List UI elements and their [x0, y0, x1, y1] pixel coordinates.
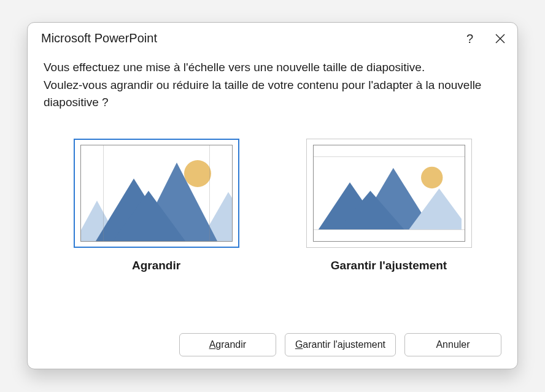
- option-ensure-fit-thumbnail: [306, 139, 472, 248]
- maximize-button-rest: grandir: [215, 339, 246, 350]
- ensure-fit-button-rest: arantir l'ajustement: [303, 339, 385, 350]
- scale-options: Agrandir: [44, 139, 501, 272]
- option-ensure-fit[interactable]: Garantir l'ajustement: [306, 139, 472, 272]
- maximize-button[interactable]: Agrandir: [179, 333, 276, 356]
- help-icon[interactable]: ?: [466, 33, 473, 45]
- titlebar-actions: ?: [466, 33, 505, 45]
- option-maximize-label: Agrandir: [132, 259, 180, 272]
- landscape-icon: [314, 157, 462, 229]
- slide-scale-dialog: Microsoft PowerPoint ? Vous effectuez un…: [27, 22, 518, 369]
- option-maximize[interactable]: Agrandir: [74, 139, 239, 272]
- dialog-message: Vous effectuez une mise à l'échelle vers…: [44, 59, 501, 112]
- message-line-2: Voulez-vous agrandir ou réduire la taill…: [44, 79, 481, 109]
- ensure-fit-button[interactable]: Garantir l'ajustement: [285, 333, 396, 356]
- svg-point-8: [421, 166, 443, 188]
- dialog-body: Vous effectuez une mise à l'échelle vers…: [28, 49, 517, 272]
- cancel-button[interactable]: Annuler: [404, 333, 501, 356]
- dialog-title: Microsoft PowerPoint: [41, 31, 157, 45]
- option-maximize-thumbnail: [74, 139, 239, 248]
- title-bar: Microsoft PowerPoint ?: [28, 23, 517, 49]
- ensure-fit-button-accel: G: [295, 339, 303, 350]
- option-ensure-fit-label: Garantir l'ajustement: [331, 259, 447, 272]
- slide-preview-maximize: [80, 145, 233, 242]
- message-line-1: Vous effectuez une mise à l'échelle vers…: [44, 61, 425, 74]
- slide-preview-ensure-fit: [313, 145, 465, 242]
- svg-point-4: [184, 160, 211, 187]
- dialog-buttons: Agrandir Garantir l'ajustement Annuler: [179, 333, 501, 356]
- maximize-button-accel: A: [209, 339, 216, 350]
- close-icon[interactable]: [495, 34, 505, 44]
